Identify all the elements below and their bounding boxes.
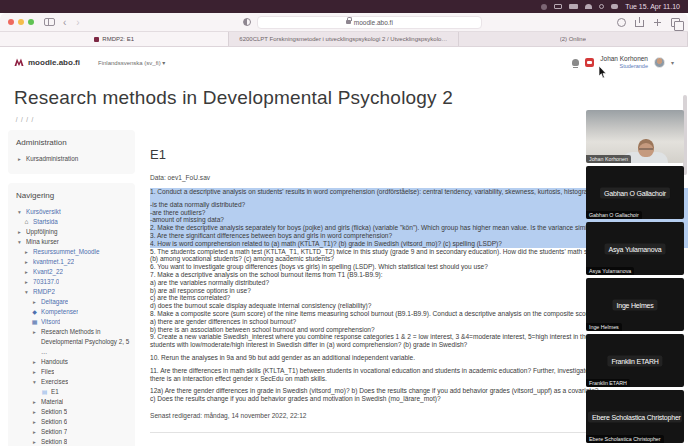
nav-tree-item[interactable]: ▸ Uppföljning — [8, 227, 135, 237]
screen: Tue 15. Apr 11.10 ‹ › moodle.abo.fi — [0, 0, 688, 446]
new-tab-icon[interactable] — [653, 18, 662, 27]
address-area: moodle.abo.fi — [120, 16, 605, 29]
nav-tree-item[interactable]: ▤ E1 — [8, 387, 135, 397]
user-block[interactable]: Johan Korhonen Studerande — [600, 55, 648, 68]
participant-tile[interactable]: Ebere Scholastica Christopher Ebere Scho… — [586, 390, 684, 443]
nav-arrows: ‹ › — [63, 17, 80, 28]
moodle-logo-icon — [14, 57, 24, 67]
collapse-arrow-icon[interactable]: ▸ — [16, 154, 23, 164]
tree-toggle-icon[interactable]: ▾ — [16, 207, 23, 217]
nav-tree-item[interactable]: ▾ Mina kurser — [8, 237, 135, 247]
participant-name-label: Ebere Scholastica Christopher — [586, 435, 664, 443]
tree-toggle-icon[interactable]: ▾ — [31, 377, 38, 387]
tree-toggle-icon[interactable]: ▸ — [23, 247, 30, 257]
header-user-area: Johan Korhonen Studerande ▾ — [572, 55, 674, 68]
nav-tree-item[interactable]: ▾ Exercises — [8, 377, 135, 387]
nav-tree-item[interactable]: ▸ Sektion 8 — [8, 437, 135, 446]
privacy-report-icon[interactable] — [243, 18, 251, 26]
toolbar-actions — [617, 18, 680, 27]
participant-tile[interactable]: Franklin ETARH Franklin ETARH — [586, 334, 684, 387]
participant-tile[interactable]: Inge Helmes Inge Helmes — [586, 278, 684, 331]
tree-toggle-icon[interactable]: ▸ — [23, 277, 30, 287]
participant-tile[interactable]: Asya Yulamanova Asya Yulamanova — [586, 222, 684, 275]
display-icon[interactable] — [554, 4, 562, 9]
navigation-tree: ▾ Kursöversikt ⌂ Startsida ▸ Uppföljning… — [8, 207, 135, 446]
nav-tree-item[interactable]: ▸ Kvant2_22 — [8, 267, 135, 277]
window-controls — [8, 19, 34, 25]
nav-tree-item[interactable]: ▸ Resurssummet_Moodle — [8, 247, 135, 257]
nav-tree-item[interactable]: ◆ Kompetenser — [8, 307, 135, 317]
nav-tree-item[interactable]: ▸ Handouts — [8, 357, 135, 367]
administration-block: Administration ▸ Kursadministration — [8, 130, 135, 174]
notifications-bell-icon[interactable] — [572, 59, 579, 66]
tree-toggle-icon[interactable]: ▸ — [31, 437, 38, 446]
tree-toggle-icon[interactable]: ▤ — [41, 387, 48, 397]
nav-tree-item[interactable]: ▸ Files — [8, 367, 135, 377]
menubar-clock[interactable]: Tue 15. Apr 11.10 — [625, 3, 680, 10]
moodle-page: moodle.abo.fi Finlandssvenska (sv_fi) ▾ … — [0, 47, 688, 446]
browser-tab[interactable]: (2) Online — [459, 32, 688, 46]
tree-toggle-icon[interactable]: ▾ — [16, 237, 23, 247]
address-bar[interactable]: moodle.abo.fi — [257, 16, 482, 29]
nav-tree-item[interactable]: ▸ Sektion 6 — [8, 417, 135, 427]
tree-toggle-icon[interactable]: ▸ — [31, 417, 38, 427]
participant-name-label: Gabhan O Gallachoir — [586, 211, 642, 219]
nav-tree-item[interactable]: ▸ kvantmet.1_22 — [8, 257, 135, 267]
back-button[interactable]: ‹ — [63, 17, 66, 28]
nav-tree-item[interactable]: ▸ Material — [8, 397, 135, 407]
tree-toggle-icon[interactable]: ⌂ — [23, 217, 30, 227]
nav-tree-item[interactable]: ▸ 703137.0 — [8, 277, 135, 287]
chevron-down-icon[interactable]: ▾ — [671, 59, 674, 66]
language-selector[interactable]: Finlandssvenska (sv_fi) ▾ — [98, 59, 165, 66]
sidebar-toggle-icon[interactable] — [44, 18, 55, 26]
participant-tile[interactable]: Johan Korhonen Johan Korhonen — [586, 110, 684, 163]
site-brand[interactable]: moodle.abo.fi — [14, 57, 80, 67]
tree-toggle-icon[interactable]: ▸ — [31, 297, 38, 307]
sidebar-item-kursadministration[interactable]: ▸ Kursadministration — [8, 154, 135, 164]
messages-icon[interactable] — [585, 58, 594, 67]
tree-toggle-icon[interactable]: ▾ — [23, 287, 30, 297]
close-window-button[interactable] — [8, 19, 14, 25]
menubar-status-area: Tue 15. Apr 11.10 — [541, 3, 680, 10]
administration-title: Administration — [8, 138, 135, 154]
tree-toggle-icon[interactable]: ▦ — [31, 317, 38, 327]
tree-toggle-icon[interactable]: ▸ — [16, 227, 23, 237]
participant-name-label: Franklin ETARH — [586, 379, 630, 387]
nav-tree-item[interactable]: ▸ Sektion 7 — [8, 427, 135, 437]
navigation-title: Navigering — [8, 191, 135, 207]
tree-toggle-icon[interactable]: ▸ — [31, 407, 38, 417]
administration-items: ▸ Kursadministration — [8, 154, 135, 164]
nav-tree-item[interactable]: ▸ Sektion 5 — [8, 407, 135, 417]
nav-tree-item[interactable]: ▸ Deltagare — [8, 297, 135, 307]
avatar[interactable] — [654, 57, 665, 68]
tree-toggle-icon[interactable]: ◆ — [31, 307, 38, 317]
battery-icon — [569, 4, 578, 9]
lock-icon — [346, 20, 351, 24]
tree-toggle-icon[interactable]: ▸ — [31, 357, 38, 367]
tree-toggle-icon[interactable]: ▸ — [31, 397, 38, 407]
forward-button[interactable]: › — [76, 17, 79, 28]
browser-tab[interactable]: 6200CLPT Forskningsmetoder i utvecklings… — [229, 32, 458, 46]
nav-tree-item[interactable]: ▦ Vitsord — [8, 317, 135, 327]
tree-toggle-icon[interactable]: ▸ — [31, 327, 38, 357]
participant-tile[interactable]: Gabhan O Gallachoir Gabhan O Gallachoir — [586, 166, 684, 219]
tree-toggle-icon[interactable]: ▸ — [31, 367, 38, 377]
control-center-icon[interactable] — [611, 4, 618, 9]
tab-favicon — [94, 37, 99, 42]
downloads-icon[interactable] — [617, 18, 626, 27]
browser-tab[interactable]: RMDP2: E1 — [0, 32, 229, 46]
share-icon[interactable] — [635, 20, 644, 27]
tree-toggle-icon[interactable]: ▸ — [23, 267, 30, 277]
nav-tree-item[interactable]: ▾ Kursöversikt — [8, 207, 135, 217]
minimize-window-button[interactable] — [18, 19, 24, 25]
nav-tree-item[interactable]: ▾ RMDP2 — [8, 287, 135, 297]
zoom-window-button[interactable] — [28, 19, 34, 25]
nav-tree-item[interactable]: ▸ Research Methods in Developmental Psyc… — [8, 327, 135, 357]
wifi-icon[interactable] — [585, 4, 592, 9]
tree-toggle-icon[interactable]: ▸ — [31, 427, 38, 437]
tree-toggle-icon[interactable]: ▸ — [23, 257, 30, 267]
tab-overview-icon[interactable] — [671, 18, 680, 27]
nav-tree-item[interactable]: ⌂ Startsida — [8, 217, 135, 227]
breadcrumb-item[interactable] — [30, 116, 35, 123]
spotlight-search-icon[interactable] — [599, 4, 604, 9]
